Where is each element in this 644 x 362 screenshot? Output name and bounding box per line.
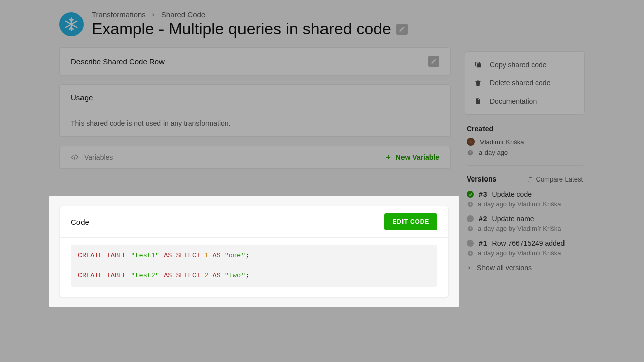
version-item[interactable]: #1 Row 766715249 added a day ago by Vlad… xyxy=(467,239,583,257)
clock-icon xyxy=(467,201,474,208)
new-variable-button[interactable]: New Variable xyxy=(385,153,439,161)
new-variable-label: New Variable xyxy=(396,153,439,161)
versions-heading: Versions xyxy=(467,175,496,183)
snowflake-icon xyxy=(59,12,84,36)
edit-title-button[interactable] xyxy=(396,24,408,35)
trash-icon xyxy=(474,79,482,87)
clock-icon xyxy=(467,225,474,232)
version-number: #1 xyxy=(479,239,487,247)
usage-title: Usage xyxy=(71,93,93,102)
version-sub: a day ago by Vladimír Kriška xyxy=(478,225,561,232)
variables-card: Variables New Variable xyxy=(59,146,451,169)
variables-title: Variables xyxy=(84,153,113,161)
version-title: Update name xyxy=(492,215,534,223)
code-brackets-icon xyxy=(71,153,79,161)
created-heading: Created xyxy=(467,125,583,133)
describe-title: Describe Shared Code Row xyxy=(71,57,165,66)
clock-icon xyxy=(467,149,474,156)
created-author: Vladimír Kriška xyxy=(480,138,524,146)
copy-shared-code-action[interactable]: Copy shared code xyxy=(465,56,584,74)
version-item[interactable]: #3 Update code a day ago by Vladimír Kri… xyxy=(467,190,583,208)
breadcrumb: Transformations Shared Code xyxy=(92,10,408,19)
show-all-versions-link[interactable]: Show all versions xyxy=(467,264,583,272)
version-title: Update code xyxy=(492,190,532,198)
version-sub: a day ago by Vladimír Kriška xyxy=(478,200,561,208)
compare-label: Compare Latest xyxy=(536,175,583,183)
version-number: #3 xyxy=(479,190,487,198)
edit-description-button[interactable] xyxy=(428,56,439,67)
describe-card: Describe Shared Code Row xyxy=(59,47,451,75)
show-all-label: Show all versions xyxy=(477,264,532,272)
delete-label: Delete shared code xyxy=(490,79,550,87)
usage-card: Usage This shared code is not used in an… xyxy=(59,84,451,137)
docs-label: Documentation xyxy=(490,97,537,105)
clock-icon xyxy=(467,250,474,257)
code-card: Code EDIT CODE CREATE TABLE "test1" AS S… xyxy=(59,206,449,297)
usage-body: This shared code is not used in any tran… xyxy=(60,110,450,136)
avatar xyxy=(467,138,475,146)
svg-line-3 xyxy=(74,155,76,160)
delete-shared-code-action[interactable]: Delete shared code xyxy=(465,74,584,92)
compare-latest-link[interactable]: Compare Latest xyxy=(526,175,583,183)
breadcrumb-transformations[interactable]: Transformations xyxy=(92,10,146,19)
copy-icon xyxy=(474,61,482,69)
breadcrumb-shared-code[interactable]: Shared Code xyxy=(161,10,205,19)
document-icon xyxy=(474,97,482,105)
code-block: CREATE TABLE "test1" AS SELECT 1 AS "one… xyxy=(71,245,437,287)
dot-icon xyxy=(467,215,474,222)
side-actions-card: Copy shared code Delete shared code Docu… xyxy=(465,51,585,115)
edit-code-button[interactable]: EDIT CODE xyxy=(384,213,437,230)
version-item[interactable]: #2 Update name a day ago by Vladimír Kri… xyxy=(467,215,583,232)
documentation-action[interactable]: Documentation xyxy=(465,92,584,110)
version-title: Row 766715249 added xyxy=(492,239,565,247)
code-title: Code xyxy=(71,218,89,226)
created-time: a day ago xyxy=(479,149,508,156)
copy-label: Copy shared code xyxy=(490,61,547,69)
check-circle-icon xyxy=(467,191,474,198)
version-sub: a day ago by Vladimír Kriška xyxy=(478,249,561,257)
page-title: Example - Multiple queries in shared cod… xyxy=(92,20,391,38)
chevron-right-icon xyxy=(151,12,156,17)
svg-rect-6 xyxy=(477,63,481,67)
dot-icon xyxy=(467,240,474,247)
version-number: #2 xyxy=(479,215,487,223)
